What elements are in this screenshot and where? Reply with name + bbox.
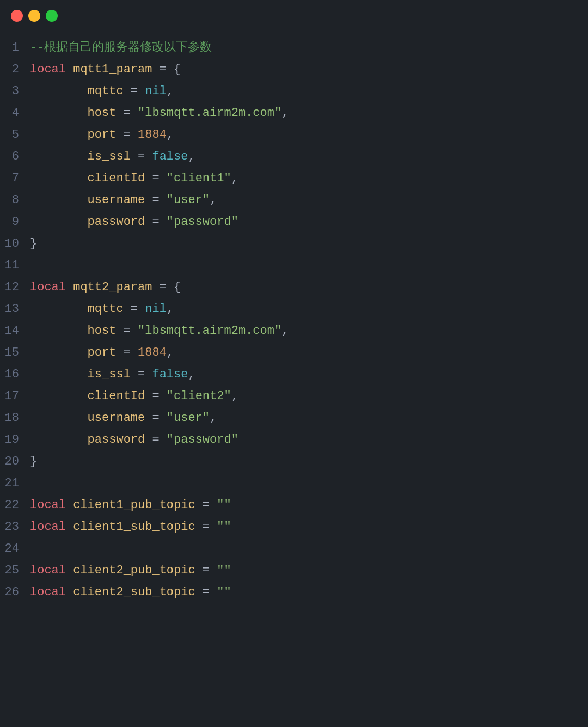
text-token: , <box>188 368 195 381</box>
code-line: 8 username = "user", <box>0 190 588 211</box>
key-token: port <box>30 128 116 142</box>
line-number: 18 <box>0 407 30 429</box>
code-line: 7 clientId = "client1", <box>0 168 588 190</box>
line-content: username = "user", <box>30 190 588 211</box>
text-token: = <box>116 346 138 359</box>
code-line: 14 host = "lbsmqtt.airm2m.com", <box>0 320 588 342</box>
code-line: 17 clientId = "client2", <box>0 386 588 407</box>
key-token: mqttc <box>30 302 124 316</box>
line-number: 26 <box>0 582 30 603</box>
key-token: username <box>30 193 145 207</box>
code-line: 22local client1_pub_topic = "" <box>0 494 588 516</box>
line-number: 8 <box>0 190 30 211</box>
comment-token: --根据自己的服务器修改以下参数 <box>30 41 212 54</box>
line-content: --根据自己的服务器修改以下参数 <box>30 37 588 59</box>
code-line: 15 port = 1884, <box>0 342 588 364</box>
text-token: = <box>116 106 138 120</box>
text-token: = <box>124 84 145 98</box>
key-token: host <box>30 106 116 120</box>
string-token: "" <box>217 498 231 512</box>
text-token: , <box>167 128 174 142</box>
line-number: 11 <box>0 255 30 277</box>
line-content: password = "password" <box>30 429 588 451</box>
text-token: = <box>131 150 152 163</box>
title-bar <box>0 0 588 32</box>
line-content: local mqtt2_param = { <box>30 277 588 298</box>
line-content: mqttc = nil, <box>30 298 588 320</box>
line-number: 6 <box>0 146 30 168</box>
key-token: clientId <box>30 389 145 403</box>
line-content: local client2_sub_topic = "" <box>30 582 588 603</box>
key-token: password <box>30 215 145 229</box>
string-token: "lbsmqtt.airm2m.com" <box>138 324 281 338</box>
line-content: local client1_pub_topic = "" <box>30 494 588 516</box>
text-token: , <box>210 411 217 425</box>
line-number: 23 <box>0 516 30 538</box>
string-token: "" <box>217 564 231 577</box>
keyword-token: local <box>30 280 73 294</box>
string-token: "lbsmqtt.airm2m.com" <box>138 106 281 120</box>
code-line: 3 mqttc = nil, <box>0 81 588 102</box>
line-number: 22 <box>0 494 30 516</box>
string-token: "user" <box>167 193 210 207</box>
line-number: 21 <box>0 473 30 494</box>
line-number: 25 <box>0 560 30 582</box>
maximize-button[interactable] <box>46 10 58 22</box>
bool-token: false <box>152 368 188 381</box>
line-content: } <box>30 451 588 473</box>
line-content: is_ssl = false, <box>30 364 588 386</box>
line-content: local mqtt1_param = { <box>30 59 588 81</box>
code-line: 25local client2_pub_topic = "" <box>0 560 588 582</box>
text-token: , <box>281 106 289 120</box>
line-number: 13 <box>0 298 30 320</box>
line-content: password = "password" <box>30 211 588 233</box>
line-number: 7 <box>0 168 30 190</box>
code-line: 1--根据自己的服务器修改以下参数 <box>0 37 588 59</box>
code-line: 18 username = "user", <box>0 407 588 429</box>
text-token: = <box>131 368 152 381</box>
keyword-token: local <box>30 585 73 599</box>
text-token: = { <box>152 63 181 76</box>
code-line: 2local mqtt1_param = { <box>0 59 588 81</box>
close-button[interactable] <box>11 10 23 22</box>
text-token: = <box>124 302 145 316</box>
keyword-token: local <box>30 63 73 76</box>
text-token: = { <box>152 280 181 294</box>
minimize-button[interactable] <box>28 10 40 22</box>
key-token: host <box>30 324 116 338</box>
traffic-lights <box>11 10 58 22</box>
text-token: = <box>145 411 167 425</box>
bool-token: false <box>152 150 188 163</box>
varname-token: client2_pub_topic <box>73 564 195 577</box>
line-content: clientId = "client2", <box>30 386 588 407</box>
line-number: 9 <box>0 211 30 233</box>
varname-token: client2_sub_topic <box>73 585 195 599</box>
line-number: 15 <box>0 342 30 364</box>
line-content: host = "lbsmqtt.airm2m.com", <box>30 102 588 124</box>
line-number: 20 <box>0 451 30 473</box>
text-token: = <box>195 520 217 534</box>
string-token: "password" <box>167 215 238 229</box>
line-number: 4 <box>0 102 30 124</box>
code-line: 24 <box>0 538 588 560</box>
key-token: clientId <box>30 172 145 185</box>
line-content: clientId = "client1", <box>30 168 588 190</box>
text-token: , <box>167 346 174 359</box>
key-token: is_ssl <box>30 150 131 163</box>
code-line: 19 password = "password" <box>0 429 588 451</box>
code-editor: 1--根据自己的服务器修改以下参数2local mqtt1_param = {3… <box>0 32 588 620</box>
line-content: } <box>30 233 588 255</box>
code-line: 13 mqttc = nil, <box>0 298 588 320</box>
editor-window: 1--根据自己的服务器修改以下参数2local mqtt1_param = {3… <box>0 0 588 727</box>
text-token: = <box>145 389 167 403</box>
text-token: , <box>281 324 289 338</box>
line-number: 19 <box>0 429 30 451</box>
text-token: = <box>145 215 167 229</box>
line-content: mqttc = nil, <box>30 81 588 102</box>
line-content: is_ssl = false, <box>30 146 588 168</box>
code-line: 5 port = 1884, <box>0 124 588 146</box>
keyword-token: local <box>30 498 73 512</box>
line-number: 14 <box>0 320 30 342</box>
code-line: 26local client2_sub_topic = "" <box>0 582 588 603</box>
code-line: 21 <box>0 473 588 494</box>
